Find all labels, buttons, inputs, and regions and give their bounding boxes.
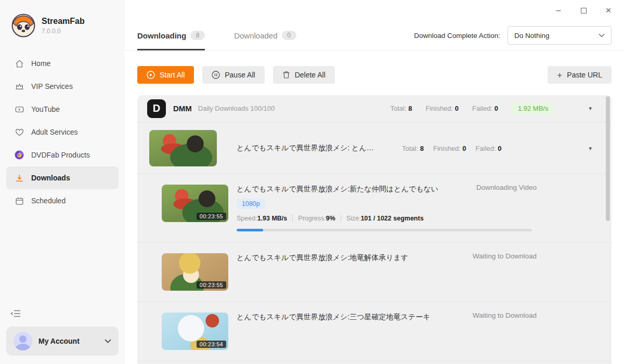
duration-badge: 00:23:55 <box>197 213 226 220</box>
episode-thumbnail: 00:23:54 <box>162 313 228 350</box>
sidebar-item-label: Downloads <box>31 174 70 182</box>
home-icon <box>15 59 24 68</box>
group-failed: Failed: 0 <box>472 105 498 112</box>
dvdfab-icon <box>15 150 24 160</box>
pause-all-button[interactable]: Pause All <box>202 66 264 84</box>
sidebar-item-label: Adult Services <box>31 128 77 136</box>
my-account-label: My Account <box>38 337 98 345</box>
complete-action-label: Download Complete Action: <box>414 32 500 40</box>
episode-thumbnail: 00:23:55 <box>162 253 228 291</box>
app-version: 7.0.0.0 <box>42 28 85 35</box>
meta-divider <box>292 215 293 222</box>
series-total: Total: 8 <box>402 145 424 152</box>
tab-downloaded-label: Downloaded <box>234 31 277 40</box>
collapse-sidebar-icon <box>10 309 21 318</box>
episode-status: Downloading Video <box>476 184 537 191</box>
sidebar-nav: Home VIP Services YouTube Adult Services <box>0 52 125 212</box>
episode-status: Waiting to Download <box>473 311 537 319</box>
start-all-button[interactable]: Start All <box>137 66 194 84</box>
download-item-row[interactable]: 00:23:54 とんでもスキルで異世界放浪メシ:三つ星確定地竜ステーキ Wai… <box>137 302 612 361</box>
youtube-icon <box>15 105 24 114</box>
collapse-group-caret-icon[interactable]: ▾ <box>589 105 592 112</box>
close-button[interactable]: × <box>598 3 619 18</box>
play-circle-icon <box>147 71 155 79</box>
sidebar-item-scheduled[interactable]: Scheduled <box>6 189 119 212</box>
sidebar-item-label: VIP Services <box>31 82 73 90</box>
dmm-logo-icon: D <box>147 99 166 118</box>
tab-downloading[interactable]: Downloading 8 <box>137 21 205 50</box>
series-row[interactable]: とんでもスキルで異世界放浪メシ: とん… Total: 8 Finished: … <box>137 122 612 174</box>
paste-url-button[interactable]: + Paste URL <box>548 66 612 84</box>
sidebar-item-label: Scheduled <box>31 197 66 205</box>
chevron-down-icon <box>599 33 605 37</box>
tabs-row: Downloading 8 Downloaded 0 Download Comp… <box>125 21 624 50</box>
download-item-row[interactable]: とんでもスキルで異世界放浪メシ:… Waiting to Download <box>137 361 612 364</box>
episode-title: とんでもスキルで異世界放浪メシ:三つ星確定地竜ステーキ <box>237 313 476 322</box>
quality-badge: 1080p <box>237 199 265 209</box>
episode-title: とんでもスキルで異世界放浪メシ:新たな仲間はとんでもない <box>237 185 476 194</box>
size-label: Size: <box>346 215 361 222</box>
collapse-sidebar-button[interactable] <box>10 309 21 319</box>
sidebar-item-adult-services[interactable]: Adult Services <box>6 121 119 144</box>
meta-divider <box>341 215 341 222</box>
series-failed: Failed: 0 <box>476 145 502 152</box>
delete-all-button[interactable]: Delete All <box>273 66 335 84</box>
series-title: とんでもスキルで異世界放浪メシ: とん… <box>237 144 402 153</box>
user-avatar <box>14 332 32 350</box>
maximize-button[interactable] <box>573 3 594 18</box>
episode-progress-fill <box>237 229 263 231</box>
sidebar-item-dvdfab-products[interactable]: DVDFab Products <box>6 144 119 166</box>
provider-group-header[interactable]: D DMM Daily Downloads 100/100 Total: 8 F… <box>137 95 612 122</box>
progress-label: Progress: <box>298 215 326 222</box>
minimize-button[interactable]: – <box>548 3 569 18</box>
episode-body: とんでもスキルで異世界放浪メシ:地竜解体承ります <box>237 253 612 291</box>
duration-badge: 00:23:54 <box>197 341 226 348</box>
app-brand-text: StreamFab 7.0.0.0 <box>42 17 85 35</box>
sidebar-item-downloads[interactable]: Downloads <box>6 166 119 189</box>
download-list-panel: D DMM Daily Downloads 100/100 Total: 8 F… <box>137 95 612 364</box>
episode-title: とんでもスキルで異世界放浪メシ:地竜解体承ります <box>237 253 476 263</box>
delete-all-label: Delete All <box>295 71 326 79</box>
complete-action-select[interactable]: Do Nothing <box>508 26 612 45</box>
streamfab-window: StreamFab 7.0.0.0 Home VIP Services <box>0 0 624 364</box>
sidebar: StreamFab 7.0.0.0 Home VIP Services <box>0 0 125 364</box>
sidebar-item-youtube[interactable]: YouTube <box>6 98 119 121</box>
complete-action-value: Do Nothing <box>514 32 599 40</box>
series-thumbnail <box>149 130 217 166</box>
toolbar: Start All Pause All Delete All + Paste U… <box>125 50 624 95</box>
collapse-series-caret-icon[interactable]: ▾ <box>589 145 592 152</box>
download-item-row[interactable]: 00:23:55 とんでもスキルで異世界放浪メシ:地竜解体承ります Waitin… <box>137 243 612 302</box>
streamfab-logo-icon <box>11 14 35 37</box>
maximize-icon <box>581 8 587 14</box>
episode-body: とんでもスキルで異世界放浪メシ:三つ星確定地竜ステーキ <box>237 313 612 350</box>
sidebar-item-label: YouTube <box>31 105 60 113</box>
tab-downloading-label: Downloading <box>137 31 186 40</box>
sidebar-item-home[interactable]: Home <box>6 52 119 75</box>
provider-name: DMM <box>173 104 192 113</box>
group-finished: Finished: 0 <box>425 105 459 112</box>
group-total: Total: 8 <box>391 105 412 112</box>
sidebar-item-vip-services[interactable]: VIP Services <box>6 75 119 98</box>
duration-badge: 00:23:55 <box>197 281 226 289</box>
paste-url-label: Paste URL <box>567 71 602 79</box>
complete-action-wrap: Download Complete Action: Do Nothing <box>414 26 612 45</box>
speed-value: 1.93 MB/s <box>257 215 288 222</box>
group-speed-badge: 1.92 MB/s <box>512 102 555 114</box>
my-account-button[interactable]: My Account <box>6 327 119 356</box>
size-value: 101 / 1022 segments <box>361 215 424 222</box>
download-item-row[interactable]: 00:23:55 とんでもスキルで異世界放浪メシ:新たな仲間はとんでもない 10… <box>137 174 612 243</box>
progress-value: 9% <box>326 215 335 222</box>
speed-label: Speed: <box>237 215 257 222</box>
main-area: – × Downloading 8 Downloaded 0 Download … <box>125 0 624 364</box>
minimize-icon: – <box>556 6 561 15</box>
app-name: StreamFab <box>42 17 85 26</box>
downloading-count-badge: 8 <box>190 31 205 40</box>
download-icon <box>15 173 24 183</box>
episode-body: とんでもスキルで異世界放浪メシ:新たな仲間はとんでもない 1080p Speed… <box>237 185 612 231</box>
chevron-down-icon <box>105 337 111 345</box>
tab-downloaded[interactable]: Downloaded 0 <box>234 21 296 50</box>
app-brand: StreamFab 7.0.0.0 <box>0 0 125 52</box>
scrollbar-thumb[interactable] <box>606 96 610 221</box>
series-stats: Total: 8 Finished: 0 Failed: 0 <box>402 145 501 152</box>
sidebar-item-label: DVDFab Products <box>31 151 90 159</box>
